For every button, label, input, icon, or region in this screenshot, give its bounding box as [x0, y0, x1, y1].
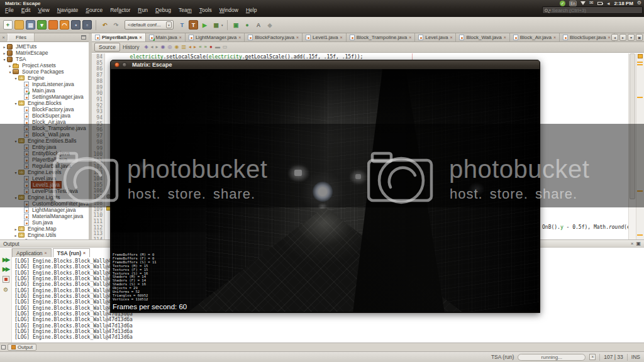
menu-item-source[interactable]: Source	[82, 7, 106, 13]
tree-item-blocksuper-java[interactable]: BlockSuper.java	[0, 112, 89, 119]
collapse-icon[interactable]: ▾	[13, 76, 18, 80]
editor-tab-blocksuper-java[interactable]: BlockSuper.java×	[560, 33, 614, 41]
menu-item-help[interactable]: Help	[242, 7, 260, 13]
tree-item-main-java[interactable]: Main.java	[0, 87, 89, 94]
editor-tab-main-java[interactable]: Main.java×	[146, 33, 186, 41]
menu-item-file[interactable]: File	[1, 7, 18, 13]
undo-icon[interactable]: ↶	[100, 20, 109, 30]
tree-item-engine-map[interactable]: ▸Engine.Map	[0, 226, 89, 232]
editor-tab-lightmanager-java[interactable]: LightManager.java×	[186, 33, 245, 41]
redo-icon[interactable]: ↷	[111, 20, 121, 30]
clock[interactable]: 2:18 PM	[614, 1, 633, 6]
network-icon[interactable]	[580, 1, 586, 5]
next-bookmark-icon[interactable]: ▸	[194, 45, 196, 50]
tree-item-level1-java[interactable]: Level1.java	[0, 182, 89, 188]
expand-icon[interactable]: ▸	[2, 45, 7, 49]
prev-bookmark-icon[interactable]: ◂	[189, 45, 191, 50]
tree-item-block-trampoline-java[interactable]: Block_Trampoline.java	[0, 125, 89, 131]
bookmark-icon[interactable]	[48, 20, 58, 30]
close-tab-icon[interactable]: ×	[139, 35, 142, 40]
toggle-highlight-icon[interactable]: ▥	[182, 45, 187, 50]
menu-item-view[interactable]: View	[34, 7, 53, 13]
menu-item-window[interactable]: Window	[216, 7, 242, 13]
menu-item-debug[interactable]: Debug	[152, 7, 175, 13]
tree-item-block-air-java[interactable]: Block_Air.java	[0, 119, 89, 125]
chat-icon[interactable]: ●	[243, 20, 252, 30]
stop-build-icon[interactable]	[3, 276, 9, 283]
rerun-icon[interactable]: ▶▶	[3, 257, 9, 262]
tree-item-jmetuts[interactable]: ▸JMETuts	[0, 43, 89, 50]
tree-item-entityblock-java[interactable]: EntityBlock.java	[0, 150, 89, 156]
tree-item-custombloomfilter-java[interactable]: CustomBloomFilter.java	[0, 200, 89, 207]
stop-process-icon[interactable]: ×	[589, 354, 596, 360]
error-mark[interactable]	[637, 62, 643, 63]
macro-icon[interactable]: ▭	[223, 45, 228, 50]
close-tab-icon[interactable]: ×	[83, 251, 86, 255]
tree-item-engine-utils[interactable]: ▸Engine.Utils	[0, 232, 89, 238]
expand-icon[interactable]: ▸	[13, 227, 18, 231]
source-view-button[interactable]: Source	[94, 43, 120, 52]
keyboard-layout-indicator[interactable]: En	[569, 1, 577, 6]
maximize-output-icon[interactable]: ▣	[636, 241, 641, 246]
save-icon[interactable]: ▪	[71, 20, 80, 30]
new-project-icon[interactable]	[14, 20, 24, 30]
close-tab-icon[interactable]: ×	[340, 35, 343, 40]
sound-icon[interactable]: ◄	[606, 1, 611, 6]
breakpoint-icon[interactable]: ●	[209, 45, 213, 50]
tree-item-tsa[interactable]: ▾TSA	[0, 56, 89, 62]
tree-item-sun-java[interactable]: Sun.java	[0, 219, 89, 226]
tree-item-levelplaintest-java[interactable]: LevelPlainTest.java	[0, 188, 89, 194]
error-stripe-status-icon[interactable]	[638, 54, 643, 58]
editor-tab-block-wall-java[interactable]: Block_Wall.java×	[456, 33, 509, 41]
dock-icon[interactable]	[1, 345, 6, 349]
session-gear-icon[interactable]: ⚙	[637, 1, 641, 6]
tree-item-regularball-java[interactable]: RegularBall.java	[0, 163, 89, 169]
menu-item-team[interactable]: Team	[175, 7, 196, 13]
tab-files[interactable]: Files	[8, 33, 35, 41]
game-window-titlebar[interactable]: Matrix: Escape	[111, 60, 540, 69]
tree-item-engine-lights[interactable]: ▾Engine.Lights	[0, 194, 89, 200]
clean-build-icon[interactable]: T	[189, 20, 198, 30]
tree-item-entity-java[interactable]: Entity.java	[0, 144, 89, 150]
scroll-tabs-left-icon[interactable]: ◂	[611, 34, 618, 41]
debug-icon[interactable]: ▦	[211, 20, 221, 30]
update-center-icon[interactable]: ▾	[37, 20, 47, 30]
editor-tab-blockfactory-java[interactable]: BlockFactory.java×	[245, 33, 303, 41]
new-file-icon[interactable]: +	[3, 20, 13, 30]
close-tab-icon[interactable]: ×	[179, 35, 182, 40]
expand-icon[interactable]: ▸	[13, 233, 18, 238]
close-tab-icon[interactable]: ×	[553, 35, 556, 40]
forward-icon[interactable]: ▸	[156, 45, 158, 50]
collapse-icon[interactable]: ▾	[13, 101, 18, 106]
close-panel-icon[interactable]: ×	[0, 35, 8, 40]
editor-tab-block-trampoline-java[interactable]: Block_Trampoline.java×	[347, 33, 416, 41]
rerun-debug-icon[interactable]: ▶▶	[3, 266, 9, 272]
shift-right-icon[interactable]: »	[204, 45, 207, 50]
editor-scrollbar[interactable]	[628, 53, 636, 239]
font-size-icon[interactable]: A	[254, 20, 264, 30]
output-window-toggle[interactable]: Output	[8, 344, 36, 351]
run-icon[interactable]: ▶	[200, 20, 209, 30]
search-input[interactable]	[552, 8, 640, 13]
tree-item-materialmanager-java[interactable]: MaterialManager.java	[0, 213, 89, 219]
error-mark[interactable]	[637, 234, 643, 236]
back-icon[interactable]: ◂	[151, 45, 153, 50]
collapse-icon[interactable]: ▾	[13, 170, 18, 175]
close-tab-icon[interactable]: ×	[296, 35, 299, 40]
config-select[interactable]: <default conf...▾	[125, 20, 174, 30]
close-output-icon[interactable]: ×	[631, 241, 634, 246]
output-tab-application[interactable]: Application×	[12, 248, 52, 257]
battery-icon[interactable]	[597, 2, 602, 5]
history-view-button[interactable]: History	[123, 44, 139, 50]
memory-icon[interactable]: ◆	[265, 20, 275, 30]
close-tab-icon[interactable]: ×	[608, 35, 610, 40]
close-tab-icon[interactable]: ×	[450, 35, 452, 40]
output-tab-tsa-run-[interactable]: TSA (run)×	[53, 248, 91, 257]
update-ok-icon[interactable]: ✓	[560, 1, 565, 6]
tree-item-playerball-java[interactable]: PlayerBall.java	[0, 156, 89, 163]
collapse-icon[interactable]: ▾	[13, 139, 18, 143]
editor-scrollbar-thumb[interactable]	[630, 53, 635, 199]
menu-item-refactor[interactable]: Refactor	[106, 7, 134, 13]
tree-item-blockfactory-java[interactable]: BlockFactory.java	[0, 106, 89, 112]
tree-item-source-packages[interactable]: ▾Source Packages	[0, 69, 89, 75]
